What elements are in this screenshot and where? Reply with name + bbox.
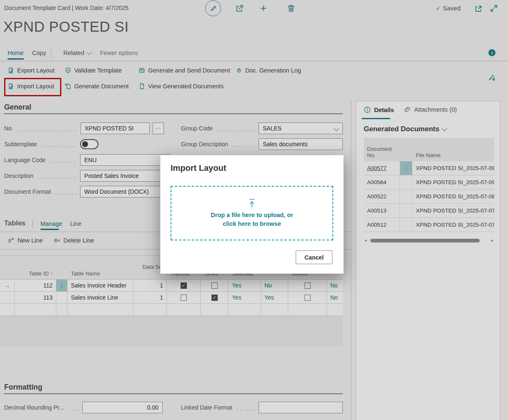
import-layout-dialog: Import Layout Drop a file here to upload…	[160, 155, 344, 274]
dropzone-content: Drop a file here to upload, or click her…	[171, 198, 332, 228]
dropzone-line2: click here to browse	[171, 220, 332, 228]
dialog-title: Import Layout	[171, 163, 226, 173]
file-dropzone[interactable]: Drop a file here to upload, or click her…	[171, 186, 333, 240]
dropzone-line1: Drop a file here to upload, or	[171, 211, 332, 220]
cancel-button[interactable]: Cancel	[296, 250, 332, 264]
upload-icon	[248, 198, 256, 208]
